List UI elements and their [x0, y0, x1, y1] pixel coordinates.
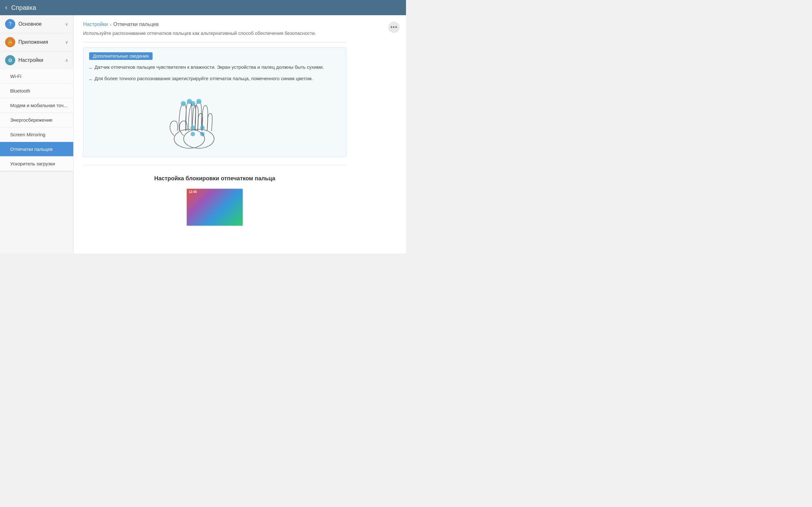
nastroyki-items: Wi-Fi Bluetooth Модем и мобильная точ...… — [0, 69, 73, 171]
breadcrumb-current: Отпечатки пальцев — [113, 21, 159, 27]
info-box-header: Дополнительные сведения — [89, 52, 153, 60]
chevron-down-icon-prilojeniya: ∨ — [65, 40, 68, 45]
breadcrumb-separator: › — [110, 22, 111, 27]
sidebar-item-bluetooth[interactable]: Bluetooth — [0, 83, 73, 98]
sidebar-section-nastroyki: ⚙ Настройки ∧ Wi-Fi Bluetooth Модем и мо… — [0, 51, 73, 171]
info-item-text-1: Датчик отпечатков пальцев чувствителен к… — [95, 64, 324, 71]
content-inner: ••• Настройки › Отпечатки пальцев Исполь… — [73, 15, 359, 236]
sidebar-section-prilojeniya: 🔒 Приложения ∨ — [0, 33, 73, 51]
info-list-item-2: – Для более точного распознавания зареги… — [89, 75, 340, 83]
chevron-up-icon-nastroyki: ∧ — [65, 58, 68, 63]
nastroyki-icon: ⚙ — [5, 55, 15, 65]
info-box: Дополнительные сведения – Датчик отпечат… — [83, 48, 346, 157]
prilojeniya-icon: 🔒 — [5, 37, 15, 47]
sidebar-item-accelerator[interactable]: Ускоритель загрузки — [0, 157, 73, 171]
info-item-text-2: Для более точного распознавания зарегист… — [95, 75, 313, 82]
device-screen-inner: 12:45 — [187, 189, 243, 226]
bullet-1: – — [89, 64, 92, 72]
sidebar-item-fingerprints[interactable]: Отпечатки пальцев — [0, 142, 73, 157]
hands-svg — [164, 87, 265, 150]
right-hand — [170, 99, 205, 148]
sidebar-item-wifi[interactable]: Wi-Fi — [0, 69, 73, 83]
device-screen-time: 12:45 — [189, 190, 197, 193]
sidebar-section-label-prilojeniya: Приложения — [18, 39, 62, 45]
more-options-dots: ••• — [391, 24, 397, 31]
sidebar-section-header-prilojeniya[interactable]: 🔒 Приложения ∨ — [0, 33, 73, 51]
info-list: – Датчик отпечатков пальцев чувствителен… — [89, 64, 340, 83]
breadcrumb-parent[interactable]: Настройки — [83, 21, 108, 27]
svg-point-8 — [191, 125, 195, 130]
osnovnoe-icon: ? — [5, 19, 15, 29]
left-hand — [180, 99, 214, 148]
sidebar-section-osnovnoe: ? Основное ∨ — [0, 15, 73, 33]
page-description: Используйте распознавание отпечатков пал… — [83, 30, 346, 43]
info-list-item-1: – Датчик отпечатков пальцев чувствителен… — [89, 64, 340, 72]
sidebar-item-modem[interactable]: Модем и мобильная точ... — [0, 98, 73, 113]
hands-illustration — [89, 87, 340, 150]
svg-point-0 — [184, 129, 214, 148]
sidebar-item-energy[interactable]: Энергосбережение — [0, 113, 73, 127]
sidebar-section-label-osnovnoe: Основное — [18, 21, 62, 27]
app-title: Справка — [11, 4, 36, 11]
section-title: Настройка блокировки отпечатком пальца — [83, 168, 346, 187]
more-options-button[interactable]: ••• — [388, 21, 400, 33]
svg-point-9 — [191, 132, 195, 136]
sidebar-item-mirroring[interactable]: Screen Mirroring — [0, 127, 73, 142]
bullet-2: – — [89, 76, 92, 83]
svg-point-6 — [181, 101, 186, 106]
sidebar: ? Основное ∨ 🔒 Приложения ∨ ⚙ Настройки … — [0, 15, 73, 253]
svg-point-7 — [187, 99, 192, 104]
content-area: ••• Настройки › Отпечатки пальцев Исполь… — [73, 15, 406, 253]
svg-point-2 — [196, 99, 201, 104]
back-button[interactable]: ‹ — [5, 4, 7, 11]
sidebar-section-header-osnovnoe[interactable]: ? Основное ∨ — [0, 15, 73, 33]
svg-point-5 — [174, 129, 205, 148]
section-divider — [83, 165, 346, 165]
screenshot-preview: 12:45 — [83, 188, 346, 226]
breadcrumb: Настройки › Отпечатки пальцев — [83, 21, 346, 27]
main-layout: ? Основное ∨ 🔒 Приложения ∨ ⚙ Настройки … — [0, 15, 406, 253]
sidebar-section-header-nastroyki[interactable]: ⚙ Настройки ∧ — [0, 51, 73, 69]
chevron-down-icon-osnovnoe: ∨ — [65, 21, 68, 26]
sidebar-section-label-nastroyki: Настройки — [18, 57, 62, 63]
device-screenshot: 12:45 — [186, 188, 243, 226]
app-header: ‹ Справка — [0, 0, 406, 15]
